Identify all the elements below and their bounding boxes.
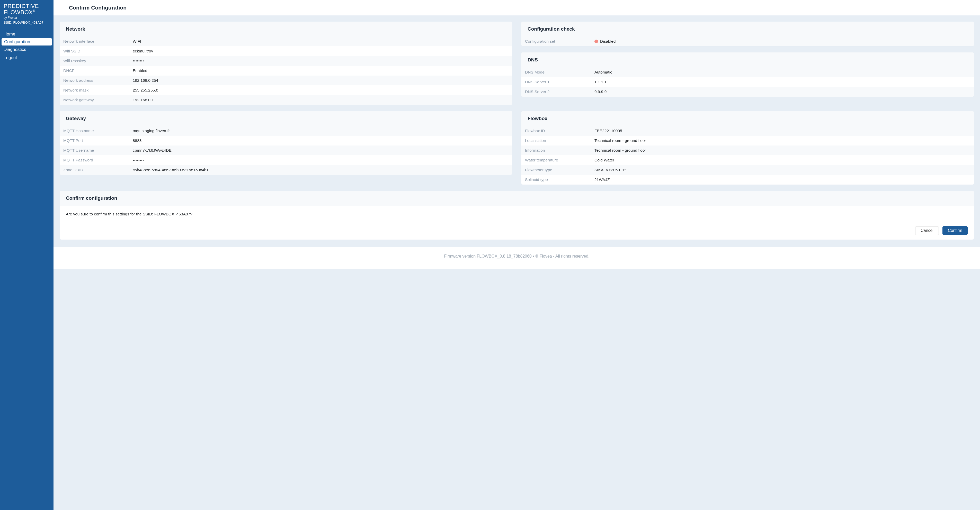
kv-row: Wifi Passkey•••••••• — [60, 56, 512, 66]
sidebar-nav: Home Configuration Diagnostics Logout — [0, 30, 54, 62]
kv-label: MQTT Port — [63, 138, 133, 143]
brand-block: PREDICTIVE FLOWBOX® by Flovea SSID: FLOW… — [0, 0, 54, 27]
kv-row: Water temperatureCold Water — [521, 155, 974, 165]
kv-row: Flowmeter typeSIKA_VY2060_1" — [521, 165, 974, 175]
kv-label: Flowmeter type — [525, 168, 595, 172]
kv-label: DNS Mode — [525, 70, 595, 75]
cancel-button[interactable]: Cancel — [915, 226, 939, 235]
sidebar: PREDICTIVE FLOWBOX® by Flovea SSID: FLOW… — [0, 0, 54, 510]
kv-row: MQTT Password•••••••• — [60, 155, 512, 165]
kv-value: mqtt.staging.flovea.fr — [133, 129, 170, 133]
kv-row: DHCPEnabled — [60, 66, 512, 76]
dns-card-body: DNS ModeAutomaticDNS Server 11.1.1.1DNS … — [521, 67, 974, 97]
gateway-card: Gateway MQTT Hostnamemqtt.staging.flovea… — [60, 111, 512, 175]
kv-row: Network address192.168.0.254 — [60, 76, 512, 85]
page-title: Confirm Configuration — [69, 5, 964, 11]
kv-row: Network gateway192.168.0.1 — [60, 95, 512, 105]
kv-row: MQTT Hostnamemqtt.staging.flovea.fr — [60, 126, 512, 136]
brand-line2: FLOWBOX — [3, 9, 33, 16]
kv-value: Automatic — [595, 70, 612, 75]
kv-value: 21WA4Z — [595, 177, 610, 182]
kv-value: •••••••• — [133, 158, 144, 162]
kv-value: 192.168.0.254 — [133, 78, 158, 83]
kv-row: Network mask255.255.255.0 — [60, 85, 512, 95]
kv-label: DNS Server 1 — [525, 80, 595, 84]
kv-value: Enabled — [133, 68, 147, 73]
network-card-title: Network — [60, 22, 512, 37]
kv-value: •••••••• — [133, 59, 144, 63]
flowbox-card: Flowbox Flowbox IDFBE222110005Localisati… — [521, 111, 974, 184]
kv-label: DHCP — [63, 68, 133, 73]
network-card: Network Netowrk interfaceWIFIWifi SSIDec… — [60, 22, 512, 105]
network-card-body: Netowrk interfaceWIFIWifi SSIDeckmul.tro… — [60, 37, 512, 105]
brand-line1: PREDICTIVE — [3, 3, 39, 9]
brand-ssid: SSID: FLOWBOX_453A07 — [3, 21, 50, 24]
kv-row: InformationTechnical room - ground floor — [521, 146, 974, 155]
footer-text: Firmware version FLOWBOX_0.8.18_78b82060… — [54, 247, 980, 269]
kv-value: 1.1.1.1 — [595, 80, 606, 84]
config-check-label: Configuration set — [525, 39, 595, 44]
kv-value: Technical room - ground floor — [595, 148, 646, 153]
kv-row: Solinoid type21WA4Z — [521, 175, 974, 184]
confirm-card: Confirm configuration Are you sure to co… — [60, 191, 974, 240]
sidebar-item-configuration[interactable]: Configuration — [2, 38, 52, 46]
kv-value: Technical room - ground floor — [595, 138, 646, 143]
kv-label: Zone UUID — [63, 168, 133, 172]
kv-row: MQTT Port8883 — [60, 136, 512, 146]
flowbox-card-title: Flowbox — [521, 111, 974, 126]
config-check-value: Disabled — [595, 39, 616, 44]
kv-label: Netowrk interface — [63, 39, 133, 44]
kv-label: MQTT Username — [63, 148, 133, 153]
confirm-card-title: Confirm configuration — [60, 191, 974, 206]
kv-label: Water temperature — [525, 158, 595, 162]
kv-row: Flowbox IDFBE222110005 — [521, 126, 974, 136]
confirm-button[interactable]: Confirm — [942, 226, 968, 235]
kv-label: Flowbox ID — [525, 129, 595, 133]
confirm-text: Are you sure to confirm this settings fo… — [66, 212, 968, 216]
kv-label: MQTT Hostname — [63, 129, 133, 133]
config-check-row: Configuration set Disabled — [521, 37, 974, 46]
kv-value: cpmn7k7k6JWwz4DE — [133, 148, 172, 153]
gateway-card-title: Gateway — [60, 111, 512, 126]
kv-value: Cold Water — [595, 158, 614, 162]
kv-value: eckmul.troy — [133, 49, 153, 54]
kv-label: Localisation — [525, 138, 595, 143]
sidebar-item-diagnostics[interactable]: Diagnostics — [0, 46, 54, 54]
brand-title: PREDICTIVE FLOWBOX® — [3, 3, 50, 16]
brand-byline: by Flovea — [3, 16, 50, 19]
brand-registered-icon: ® — [33, 9, 35, 13]
kv-label: Wifi Passkey — [63, 59, 133, 63]
kv-value: WIFI — [133, 39, 141, 44]
kv-row: MQTT Usernamecpmn7k7k6JWwz4DE — [60, 146, 512, 155]
main-content: Confirm Configuration Network Netowrk in… — [54, 0, 980, 510]
kv-label: Network address — [63, 78, 133, 83]
gateway-card-body: MQTT Hostnamemqtt.staging.flovea.frMQTT … — [60, 126, 512, 175]
kv-label: Wifi SSID — [63, 49, 133, 54]
status-disabled-icon — [595, 40, 598, 43]
kv-row: Netowrk interfaceWIFI — [60, 37, 512, 46]
kv-value: c5b48bee-6894-4862-a5b9-5e155150c4b1 — [133, 168, 208, 172]
config-check-card: Configuration check Configuration set Di… — [521, 22, 974, 46]
kv-row: LocalisationTechnical room - ground floo… — [521, 136, 974, 146]
kv-row: Wifi SSIDeckmul.troy — [60, 46, 512, 56]
sidebar-item-logout[interactable]: Logout — [0, 54, 54, 62]
kv-value: 192.168.0.1 — [133, 98, 154, 102]
kv-row: Zone UUIDc5b48bee-6894-4862-a5b9-5e15515… — [60, 165, 512, 175]
kv-value: FBE222110005 — [595, 129, 622, 133]
kv-value: SIKA_VY2060_1" — [595, 168, 626, 172]
dns-card: DNS DNS ModeAutomaticDNS Server 11.1.1.1… — [521, 52, 974, 97]
kv-value: 9.9.9.9 — [595, 89, 606, 94]
titlebar: Confirm Configuration — [54, 0, 980, 16]
dns-card-title: DNS — [521, 52, 974, 67]
kv-label: Network mask — [63, 88, 133, 92]
sidebar-item-home[interactable]: Home — [0, 30, 54, 38]
kv-row: DNS Server 29.9.9.9 — [521, 87, 974, 97]
kv-label: MQTT Password — [63, 158, 133, 162]
confirm-actions: Cancel Confirm — [60, 222, 974, 240]
kv-label: Solinoid type — [525, 177, 595, 182]
kv-label: DNS Server 2 — [525, 89, 595, 94]
kv-row: DNS Server 11.1.1.1 — [521, 77, 974, 87]
config-check-title: Configuration check — [521, 22, 974, 37]
flowbox-card-body: Flowbox IDFBE222110005LocalisationTechni… — [521, 126, 974, 184]
kv-row: DNS ModeAutomatic — [521, 67, 974, 77]
